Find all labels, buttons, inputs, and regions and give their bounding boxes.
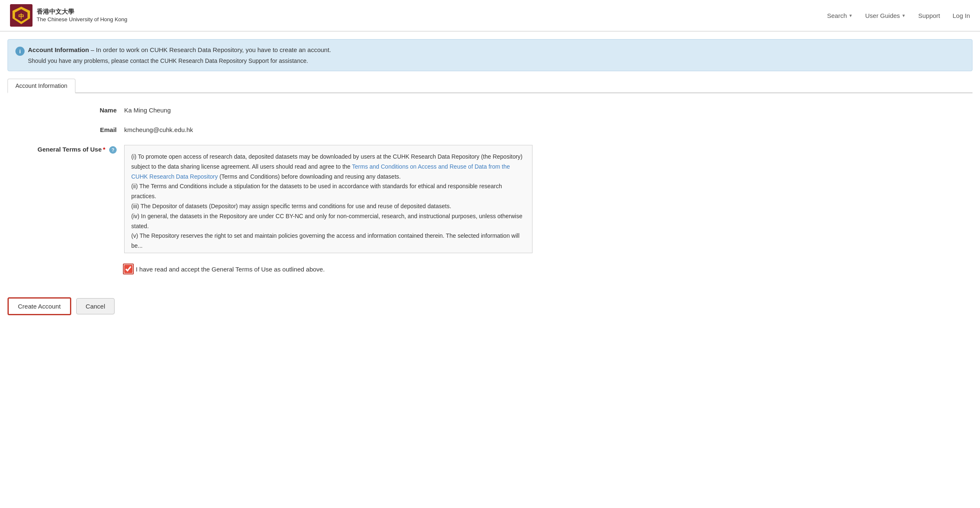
logo-cn: 香港中文大學: [37, 7, 128, 16]
logo: 中 香港中文大學 The Chinese University of Hong …: [10, 4, 128, 27]
logo-en: The Chinese University of Hong Kong: [37, 16, 128, 23]
support-nav-label: Support: [918, 12, 940, 19]
terms-para-2: (ii) The Terms and Conditions include a …: [131, 182, 525, 202]
terms-row: General Terms of Use* ? (i) To promote o…: [8, 145, 972, 253]
terms-required: *: [103, 146, 105, 153]
info-icon: i: [15, 47, 25, 56]
create-account-button[interactable]: Create Account: [8, 297, 71, 315]
checkbox-row: I have read and accept the General Terms…: [124, 265, 972, 273]
cancel-button[interactable]: Cancel: [76, 298, 115, 314]
login-nav-item[interactable]: Log In: [952, 12, 970, 19]
name-value: Ka Ming Cheung: [124, 106, 171, 114]
user-guides-nav-label: User Guides: [865, 12, 900, 19]
logo-text: 香港中文大學 The Chinese University of Hong Ko…: [37, 7, 128, 23]
name-label: Name: [8, 106, 124, 114]
terms-checkbox-wrapper[interactable]: [124, 265, 132, 273]
user-guides-nav-item[interactable]: User Guides ▼: [865, 12, 905, 19]
search-nav-item[interactable]: Search ▼: [827, 12, 852, 19]
search-nav-label: Search: [827, 12, 847, 19]
cuhk-logo-icon: 中: [10, 4, 32, 27]
info-banner-line1: i Account Information – In order to work…: [15, 46, 965, 56]
tab-bar: Account Information: [8, 79, 972, 93]
info-banner-line2: Should you have any problems, please con…: [28, 57, 965, 64]
email-value: kmcheung@cuhk.edu.hk: [124, 125, 193, 133]
info-banner: i Account Information – In order to work…: [8, 39, 972, 71]
button-row: Create Account Cancel: [8, 297, 972, 315]
form-content: Name Ka Ming Cheung Email kmcheung@cuhk.…: [0, 93, 980, 286]
info-banner-text: Account Information – In order to work o…: [28, 46, 331, 53]
login-nav-label: Log In: [952, 12, 970, 19]
terms-para-1: (i) To promote open access of research d…: [131, 152, 525, 182]
user-guides-dropdown-icon: ▼: [902, 13, 906, 18]
terms-para-5: (v) The Repository reserves the right to…: [131, 231, 525, 251]
header: 中 香港中文大學 The Chinese University of Hong …: [0, 0, 980, 32]
terms-para-3: (iii) The Depositor of datasets (Deposit…: [131, 202, 525, 212]
tab-section: Account Information: [8, 79, 972, 93]
terms-para-4: (iv) In general, the datasets in the Rep…: [131, 212, 525, 232]
svg-text:中: 中: [18, 13, 24, 20]
info-banner-title: Account Information: [28, 46, 89, 53]
terms-label: General Terms of Use* ?: [8, 145, 124, 154]
terms-checkbox[interactable]: [124, 265, 132, 273]
email-label: Email: [8, 125, 124, 133]
name-row: Name Ka Ming Cheung: [8, 106, 972, 114]
terms-box[interactable]: (i) To promote open access of research d…: [124, 145, 532, 253]
tab-account-information[interactable]: Account Information: [8, 79, 75, 93]
email-row: Email kmcheung@cuhk.edu.hk: [8, 125, 972, 133]
checkbox-label[interactable]: I have read and accept the General Terms…: [136, 266, 325, 273]
support-nav-item[interactable]: Support: [918, 12, 940, 19]
header-nav: Search ▼ User Guides ▼ Support Log In: [827, 12, 970, 19]
search-dropdown-icon: ▼: [849, 13, 853, 18]
terms-help-icon[interactable]: ?: [109, 146, 117, 154]
info-banner-body: – In order to work on CUHK Research Data…: [89, 46, 331, 53]
